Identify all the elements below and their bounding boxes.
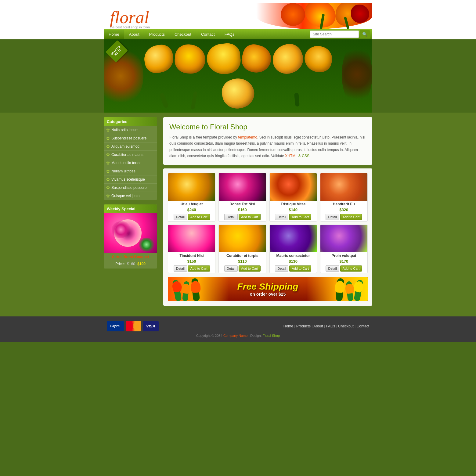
- detail-btn-5[interactable]: Detail: [224, 265, 238, 272]
- product-card-6: Mauris consectetur $130 Detail Add to Ca…: [269, 225, 317, 273]
- search-button[interactable]: 🔍: [360, 30, 370, 38]
- detail-btn-7[interactable]: Detail: [326, 265, 339, 272]
- footer-about-link[interactable]: About: [313, 324, 323, 328]
- cat-bullet-1: ✿: [106, 136, 110, 141]
- cat-bullet-3: ✿: [106, 152, 110, 157]
- cat-bullet-7: ✿: [106, 185, 110, 190]
- weekly-price: Price: $160 $100: [104, 261, 157, 269]
- cat-bullet-6: ✿: [106, 177, 110, 182]
- product-name-7: Proin volutpat: [320, 252, 367, 258]
- cart-btn-5[interactable]: Add to Cart: [239, 265, 261, 272]
- cart-btn-1[interactable]: Add to Cart: [239, 214, 261, 220]
- shipping-banner: Free Shipping on order over $25: [168, 277, 368, 301]
- cat-item-5[interactable]: ✿ Nullam ultrices: [104, 167, 157, 175]
- cat-item-0[interactable]: ✿ Nulla odio ipsum: [104, 126, 157, 134]
- detail-btn-2[interactable]: Detail: [275, 214, 288, 220]
- welcome-box: Welcome to Floral Shop Floral Shop is a …: [163, 117, 372, 165]
- detail-btn-6[interactable]: Detail: [275, 265, 288, 272]
- nav-bar: Home About Products Checkout Contact FAQ…: [104, 29, 372, 39]
- weekly-title: Weekly Special: [104, 204, 157, 213]
- xhtml-link[interactable]: XHTML: [285, 154, 297, 158]
- cat-bullet-4: ✿: [106, 160, 110, 165]
- css-link[interactable]: CSS: [302, 154, 309, 158]
- product-name-0: Ut eu feugiat: [168, 201, 215, 207]
- logo-tagline: the best floral shop in town: [110, 26, 150, 29]
- product-price-4: $150: [168, 258, 215, 264]
- detail-btn-1[interactable]: Detail: [224, 214, 238, 220]
- checkout-nav[interactable]: Checkout: [170, 30, 196, 39]
- product-card-4: Tincidunt Nisi $150 Detail Add to Cart: [168, 225, 215, 273]
- product-price-0: $240: [168, 207, 215, 213]
- cart-btn-7[interactable]: Add to Cart: [340, 265, 362, 272]
- product-img-0: [168, 173, 215, 201]
- main-content: Welcome to Floral Shop Floral Shop is a …: [163, 117, 372, 306]
- cat-item-4[interactable]: ✿ Mauris nulla tortor: [104, 159, 157, 167]
- cat-item-6[interactable]: ✿ Vivamus scelerisque: [104, 175, 157, 184]
- product-img-2: [270, 173, 317, 201]
- weekly-price-label: Price:: [115, 262, 125, 266]
- cat-item-8[interactable]: ✿ Quisque vel justo: [104, 192, 157, 200]
- shipping-main-text: Free Shipping: [237, 281, 298, 292]
- product-name-3: Hendrerit Eu: [320, 201, 367, 207]
- product-card-0: Ut eu feugiat $240 Detail Add to Cart: [168, 173, 215, 222]
- detail-btn-0[interactable]: Detail: [174, 214, 187, 220]
- cat-item-7[interactable]: ✿ Suspendisse posuere: [104, 184, 157, 192]
- about-nav[interactable]: About: [124, 30, 144, 39]
- product-price-7: $170: [320, 258, 367, 264]
- product-card-5: Curabitur et turpis $110 Detail Add to C…: [218, 225, 266, 273]
- categories-box: Categories ✿ Nulla odio ipsum ✿ Suspendi…: [104, 117, 157, 200]
- footer-checkout-link[interactable]: Checkout: [338, 324, 354, 328]
- cat-item-2[interactable]: ✿ Aliquam euismod: [104, 142, 157, 151]
- cart-btn-6[interactable]: Add to Cart: [289, 265, 311, 272]
- products-grid: Ut eu feugiat $240 Detail Add to Cart Do…: [163, 168, 372, 306]
- header-flowers: [256, 3, 372, 29]
- cart-btn-2[interactable]: Add to Cart: [289, 214, 311, 220]
- product-price-1: $160: [219, 207, 266, 213]
- cart-btn-3[interactable]: Add to Cart: [340, 214, 362, 220]
- product-name-4: Tincidunt Nisi: [168, 252, 215, 258]
- cat-item-1[interactable]: ✿ Suspendisse posuere: [104, 134, 157, 142]
- footer-nav: Home | Products | About | FAQs | Checkou…: [283, 324, 369, 328]
- product-name-1: Donec Est Nisi: [219, 201, 266, 207]
- templatemo-link[interactable]: templatemo: [238, 135, 257, 139]
- cat-bullet-5: ✿: [106, 169, 110, 174]
- cat-bullet-2: ✿: [106, 144, 110, 149]
- contact-nav[interactable]: Contact: [196, 30, 220, 39]
- cart-btn-0[interactable]: Add to Cart: [188, 214, 210, 220]
- detail-btn-3[interactable]: Detail: [326, 214, 339, 220]
- footer-faqs-link[interactable]: FAQs: [326, 324, 335, 328]
- product-name-5: Curabitur et turpis: [219, 252, 266, 258]
- cat-bullet-0: ✿: [106, 128, 110, 132]
- footer-home-link[interactable]: Home: [283, 324, 293, 328]
- footer: PayPal VISA Home | Products | About | FA…: [0, 316, 476, 342]
- company-name-link[interactable]: Company Name: [223, 334, 247, 337]
- footer-products-link[interactable]: Products: [296, 324, 311, 328]
- visa-logo: VISA: [143, 321, 159, 331]
- product-img-1: [219, 173, 266, 201]
- categories-title: Categories: [104, 117, 157, 126]
- products-nav[interactable]: Products: [144, 30, 170, 39]
- product-card-7: Proin volutpat $170 Detail Add to Cart: [320, 225, 368, 273]
- product-price-5: $110: [219, 258, 266, 264]
- search-input[interactable]: [310, 31, 359, 38]
- floral-shop-link[interactable]: Floral Shop: [263, 334, 280, 337]
- product-price-3: $320: [320, 207, 367, 213]
- faqs-nav[interactable]: FAQs: [220, 30, 240, 39]
- product-img-4: [168, 225, 215, 252]
- product-card-1: Donec Est Nisi $160 Detail Add to Cart: [218, 173, 266, 222]
- home-nav[interactable]: Home: [104, 30, 124, 39]
- footer-bottom: Copyright © 2084 Company Name | Design: …: [104, 334, 372, 337]
- product-img-6: [270, 225, 317, 252]
- detail-btn-4[interactable]: Detail: [174, 265, 187, 272]
- shipping-text: Free Shipping on order over $25: [237, 281, 298, 297]
- weekly-new-price: $100: [137, 262, 146, 266]
- product-card-2: Tristique Vitae $140 Detail Add to Cart: [269, 173, 317, 222]
- cart-btn-4[interactable]: Add to Cart: [188, 265, 210, 272]
- welcome-title: Welcome to Floral Shop: [169, 123, 366, 131]
- weekly-image[interactable]: [104, 213, 157, 253]
- paypal-logo: PayPal: [107, 321, 124, 331]
- footer-contact-link[interactable]: Contact: [357, 324, 369, 328]
- payment-logos: PayPal VISA: [107, 321, 159, 331]
- cat-item-3[interactable]: ✿ Curabitur ac mauris: [104, 151, 157, 159]
- sidebar: Categories ✿ Nulla odio ipsum ✿ Suspendi…: [104, 117, 157, 306]
